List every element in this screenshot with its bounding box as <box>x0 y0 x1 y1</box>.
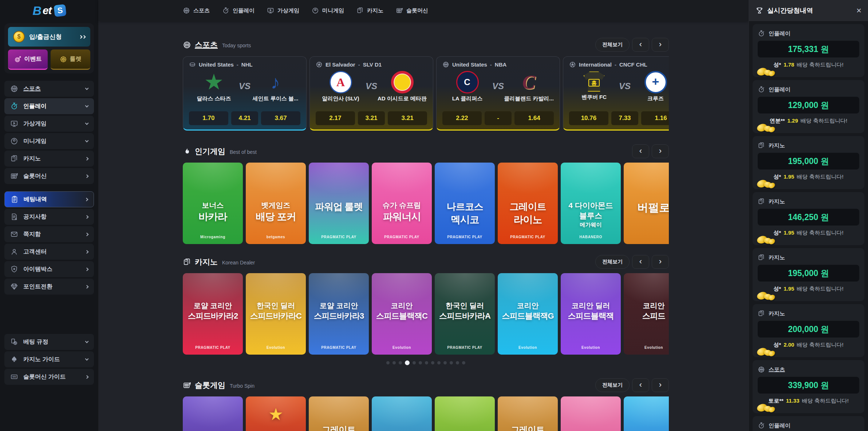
content: 스포츠 Today sports 전체보기 ‹ › United States … <box>183 21 669 431</box>
sidebar-menu-item[interactable]: 베팅내역 <box>4 191 94 207</box>
prev-button[interactable]: ‹ <box>632 38 649 52</box>
next-button[interactable]: › <box>652 144 669 158</box>
match-card[interactable]: United States - NBA C LA 클리퍼스 VS C <box>436 56 560 131</box>
odds-draw-button[interactable]: - <box>485 111 512 125</box>
game-card[interactable]: 파워업 룰렛 PRAGMATIC PLAY <box>309 163 369 244</box>
odds-home-button[interactable]: 1.70 <box>189 111 228 125</box>
next-button[interactable]: › <box>652 255 669 269</box>
view-all-button[interactable]: 전체보기 <box>595 378 630 392</box>
pagination-dot[interactable] <box>450 361 453 364</box>
game-card-title: 벳게임즈 배당 포커 <box>246 200 306 223</box>
game-card[interactable]: 로얄 코리안 스피드바카라3 PRAGMATIC PLAY <box>309 273 369 355</box>
pagination-dot[interactable] <box>456 361 459 364</box>
close-icon[interactable]: × <box>856 6 861 15</box>
game-card[interactable] <box>372 396 432 431</box>
game-card[interactable]: 그레이트 <box>309 396 369 431</box>
brand-logo[interactable]: Bet S <box>4 0 94 21</box>
prev-button[interactable]: ‹ <box>632 378 649 392</box>
sidebar-menu-item[interactable]: 카지노 <box>4 151 94 167</box>
game-card[interactable]: 그레이트 <box>498 396 558 431</box>
match-card[interactable]: United States - NHL ★ 달라스 스타즈 VS ♪ <box>183 56 307 131</box>
topnav-item[interactable]: 카지노 <box>356 7 383 14</box>
game-card[interactable]: 한국인 딜러 스피드바카라C Evolution <box>246 273 306 355</box>
match-league: NHL <box>241 61 253 68</box>
sidebar-menu-item[interactable]: 가상게임 <box>4 116 94 132</box>
sidebar-menu-item[interactable]: 인플레이 <box>4 98 94 114</box>
game-card[interactable]: 그레이트 라이노 PRAGMATIC PLAY <box>498 163 558 244</box>
view-all-button[interactable]: 전체보기 <box>595 255 630 269</box>
sidebar-guide-item[interactable]: 베팅 규정 <box>4 334 94 350</box>
game-card[interactable] <box>561 396 621 431</box>
odds-row: 2.22 - 1.64 <box>442 111 554 125</box>
game-card[interactable]: 벳게임즈 배당 포커 betgames <box>246 163 306 244</box>
game-card[interactable]: 버펄로 <box>624 163 669 244</box>
section-title: 슬롯게임 <box>195 380 225 390</box>
next-button[interactable]: › <box>652 378 669 392</box>
pagination-dot[interactable] <box>425 361 428 364</box>
prev-button[interactable]: ‹ <box>632 144 649 158</box>
prev-button[interactable]: ‹ <box>632 255 649 269</box>
pagination-dot[interactable] <box>462 361 465 364</box>
sidebar-menu-item[interactable]: 공지사항 <box>4 209 94 225</box>
event-label: 이벤트 <box>24 55 42 63</box>
winner-congrats-text: 배당 축하드립니다! <box>797 342 843 348</box>
odds-home-button[interactable]: 2.17 <box>316 111 355 125</box>
game-card[interactable]: 코리안 스피드블랙잭C Evolution <box>372 273 432 355</box>
game-card[interactable] <box>624 396 669 431</box>
match-card[interactable]: El Salvador - SLV D1 A 알리안사 (SLV) VS <box>309 56 433 131</box>
cards-icon <box>758 142 765 149</box>
next-button[interactable]: › <box>652 38 669 52</box>
game-card[interactable]: 코리안 딜러 스피드블랙잭 Evolution <box>561 273 621 355</box>
game-card[interactable]: ★ <box>246 396 306 431</box>
topnav-item[interactable]: 가상게임 <box>267 7 299 14</box>
game-card[interactable]: 로얄 코리안 스피드바카라2 PRAGMATIC PLAY <box>183 273 243 355</box>
sidebar-menu-item[interactable]: 슬롯머신 <box>4 168 94 184</box>
sidebar-menu-item[interactable]: 미니게임 <box>4 133 94 149</box>
odds-away-button[interactable]: 1.64 <box>514 111 554 125</box>
roulette-button[interactable]: 룰렛 <box>51 49 90 70</box>
pagination-dot[interactable] <box>437 361 441 364</box>
sidebar-menu-item[interactable]: 고객센터 <box>4 244 94 260</box>
odds-away-button[interactable]: 1.16 <box>641 111 669 125</box>
pagination-dot[interactable] <box>413 361 416 364</box>
odds-home-button[interactable]: 2.22 <box>442 111 482 125</box>
sidebar-menu-item[interactable]: 스포츠 <box>4 81 94 97</box>
double-chevron-right-icon <box>79 36 85 38</box>
deposit-withdraw-button[interactable]: 입/출금신청 <box>8 27 90 47</box>
odds-away-button[interactable]: 3.21 <box>388 111 427 125</box>
topnav-item[interactable]: 미니게임 <box>312 7 344 14</box>
pagination-dot[interactable] <box>419 361 422 364</box>
winner-congrats-text: 배당 축하드립니다! <box>802 398 849 404</box>
game-card[interactable]: 보너스 바카라 Microgaming <box>183 163 243 244</box>
game-card[interactable]: 슈가 슈프림 파워너시 PRAGMATIC PLAY <box>372 163 432 244</box>
game-card[interactable] <box>435 396 495 431</box>
pagination-dot[interactable] <box>386 361 390 364</box>
topnav-item[interactable]: 인플레이 <box>222 7 255 14</box>
odds-home-button[interactable]: 10.76 <box>569 111 608 125</box>
sidebar-guide-item[interactable]: 카지노 가이드 <box>4 351 94 367</box>
topnav-item[interactable]: 스포츠 <box>183 7 210 14</box>
odds-away-button[interactable]: 3.67 <box>261 111 300 125</box>
game-card[interactable]: 나르코스 멕시코 PRAGMATIC PLAY <box>435 163 495 244</box>
game-card[interactable]: 4 다이아몬드 블루스 메가웨이 HABANERO <box>561 163 621 244</box>
sidebar-menu-item[interactable]: 쪽지함 <box>4 226 94 242</box>
odds-draw-button[interactable]: 3.21 <box>358 111 385 125</box>
sidebar-menu-item[interactable]: 포인트전환 <box>4 279 94 295</box>
odds-draw-button[interactable]: 4.21 <box>231 111 258 125</box>
game-card[interactable] <box>183 396 243 431</box>
game-card[interactable]: 코리안 스피드 Evolution <box>624 273 669 355</box>
odds-draw-button[interactable]: 7.33 <box>611 111 638 125</box>
event-button[interactable]: 이벤트 <box>8 49 48 70</box>
game-card[interactable]: 코리안 스피드블랙잭G Evolution <box>498 273 558 355</box>
pagination-dot[interactable] <box>443 361 447 364</box>
pagination-dot[interactable] <box>392 361 396 364</box>
sidebar-menu-item[interactable]: 아이템박스 <box>4 261 94 277</box>
pagination-dot[interactable] <box>399 361 402 364</box>
sidebar-guide-item[interactable]: 슬롯머신 가이드 <box>4 369 94 385</box>
game-card[interactable]: 한국인 딜러 스피드바카라A PRAGMATIC PLAY <box>435 273 495 355</box>
topnav-item[interactable]: 슬롯머신 <box>396 7 428 14</box>
match-card[interactable]: International - CNCF CHL 홈 벤쿠버 FC VS + <box>563 56 669 131</box>
view-all-button[interactable]: 전체보기 <box>595 38 630 52</box>
pagination-dot[interactable] <box>431 361 434 364</box>
pagination-dot[interactable] <box>405 360 410 365</box>
